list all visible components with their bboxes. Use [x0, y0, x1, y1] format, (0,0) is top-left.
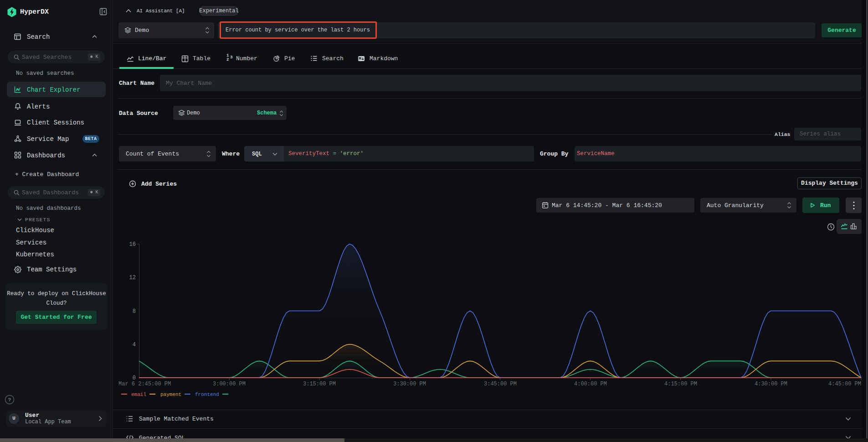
svg-text:0: 0	[133, 375, 136, 381]
svg-text:3:45:00 PM: 3:45:00 PM	[484, 381, 517, 387]
svg-text:3:00:00 PM: 3:00:00 PM	[213, 381, 246, 387]
svg-text:3:30:00 PM: 3:30:00 PM	[393, 381, 426, 387]
svg-text:payment: payment	[160, 392, 181, 397]
svg-text:12: 12	[129, 275, 136, 281]
svg-text:3:15:00 PM: 3:15:00 PM	[303, 381, 336, 387]
svg-text:Mar 6 2:45:00 PM: Mar 6 2:45:00 PM	[118, 381, 171, 387]
svg-text:frontend: frontend	[195, 392, 219, 397]
svg-text:4:15:00 PM: 4:15:00 PM	[664, 381, 697, 387]
svg-text:16: 16	[129, 241, 136, 248]
svg-text:4:30:00 PM: 4:30:00 PM	[755, 381, 787, 387]
svg-text:email: email	[131, 392, 146, 397]
svg-text:4:45:00 PM: 4:45:00 PM	[828, 381, 861, 387]
svg-text:8: 8	[133, 308, 136, 315]
svg-text:4: 4	[133, 342, 136, 348]
svg-text:4:00:00 PM: 4:00:00 PM	[574, 381, 607, 387]
